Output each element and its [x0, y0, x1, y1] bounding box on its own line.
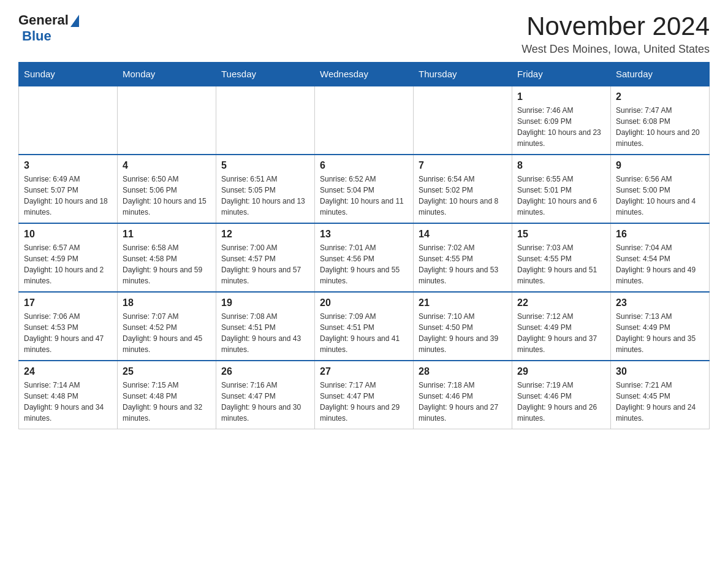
- calendar-cell: 18Sunrise: 7:07 AM Sunset: 4:52 PM Dayli…: [118, 292, 216, 361]
- calendar-cell: 9Sunrise: 6:56 AM Sunset: 5:00 PM Daylig…: [611, 155, 710, 223]
- calendar-cell: 12Sunrise: 7:00 AM Sunset: 4:57 PM Dayli…: [216, 223, 315, 292]
- day-info: Sunrise: 6:50 AM Sunset: 5:06 PM Dayligh…: [123, 174, 211, 218]
- calendar-week-3: 17Sunrise: 7:06 AM Sunset: 4:53 PM Dayli…: [19, 292, 710, 361]
- day-info: Sunrise: 7:16 AM Sunset: 4:47 PM Dayligh…: [221, 380, 309, 424]
- location-subtitle: West Des Moines, Iowa, United States: [521, 43, 710, 56]
- day-number: 26: [221, 366, 309, 377]
- day-number: 19: [221, 297, 309, 308]
- calendar-week-1: 3Sunrise: 6:49 AM Sunset: 5:07 PM Daylig…: [19, 155, 710, 223]
- day-number: 23: [616, 297, 704, 308]
- day-info: Sunrise: 6:55 AM Sunset: 5:01 PM Dayligh…: [517, 174, 605, 218]
- day-info: Sunrise: 7:47 AM Sunset: 6:08 PM Dayligh…: [616, 105, 704, 149]
- calendar-week-0: 1Sunrise: 7:46 AM Sunset: 6:09 PM Daylig…: [19, 86, 710, 155]
- calendar-cell: 15Sunrise: 7:03 AM Sunset: 4:55 PM Dayli…: [512, 223, 611, 292]
- day-info: Sunrise: 7:19 AM Sunset: 4:46 PM Dayligh…: [517, 380, 605, 424]
- day-info: Sunrise: 7:00 AM Sunset: 4:57 PM Dayligh…: [221, 242, 309, 286]
- day-info: Sunrise: 7:06 AM Sunset: 4:53 PM Dayligh…: [24, 311, 112, 355]
- calendar-cell: 1Sunrise: 7:46 AM Sunset: 6:09 PM Daylig…: [512, 86, 611, 155]
- calendar-cell: 25Sunrise: 7:15 AM Sunset: 4:48 PM Dayli…: [118, 361, 216, 429]
- calendar-table: SundayMondayTuesdayWednesdayThursdayFrid…: [18, 62, 710, 429]
- calendar-dow-thursday: Thursday: [414, 63, 512, 86]
- day-info: Sunrise: 6:57 AM Sunset: 4:59 PM Dayligh…: [24, 242, 112, 286]
- calendar-cell: 5Sunrise: 6:51 AM Sunset: 5:05 PM Daylig…: [216, 155, 315, 223]
- day-number: 28: [419, 366, 507, 377]
- day-number: 2: [616, 91, 704, 102]
- calendar-cell: 17Sunrise: 7:06 AM Sunset: 4:53 PM Dayli…: [19, 292, 118, 361]
- day-info: Sunrise: 7:10 AM Sunset: 4:50 PM Dayligh…: [419, 311, 507, 355]
- day-info: Sunrise: 7:14 AM Sunset: 4:48 PM Dayligh…: [24, 380, 112, 424]
- day-number: 9: [616, 160, 704, 171]
- day-number: 11: [123, 229, 211, 240]
- day-number: 30: [616, 366, 704, 377]
- day-info: Sunrise: 7:04 AM Sunset: 4:54 PM Dayligh…: [616, 242, 704, 286]
- calendar-cell: 23Sunrise: 7:13 AM Sunset: 4:49 PM Dayli…: [611, 292, 710, 361]
- day-info: Sunrise: 7:01 AM Sunset: 4:56 PM Dayligh…: [320, 242, 408, 286]
- calendar-cell: 22Sunrise: 7:12 AM Sunset: 4:49 PM Dayli…: [512, 292, 611, 361]
- calendar-cell: 28Sunrise: 7:18 AM Sunset: 4:46 PM Dayli…: [414, 361, 512, 429]
- day-number: 1: [517, 91, 605, 102]
- calendar-cell: 13Sunrise: 7:01 AM Sunset: 4:56 PM Dayli…: [315, 223, 414, 292]
- day-info: Sunrise: 6:54 AM Sunset: 5:02 PM Dayligh…: [419, 174, 507, 218]
- calendar-dow-tuesday: Tuesday: [216, 63, 315, 86]
- calendar-cell: 16Sunrise: 7:04 AM Sunset: 4:54 PM Dayli…: [611, 223, 710, 292]
- day-info: Sunrise: 7:08 AM Sunset: 4:51 PM Dayligh…: [221, 311, 309, 355]
- calendar-cell: 21Sunrise: 7:10 AM Sunset: 4:50 PM Dayli…: [414, 292, 512, 361]
- calendar-cell: [315, 86, 414, 155]
- day-info: Sunrise: 7:46 AM Sunset: 6:09 PM Dayligh…: [517, 105, 605, 149]
- day-info: Sunrise: 7:09 AM Sunset: 4:51 PM Dayligh…: [320, 311, 408, 355]
- day-number: 4: [123, 160, 211, 171]
- day-info: Sunrise: 6:49 AM Sunset: 5:07 PM Dayligh…: [24, 174, 112, 218]
- day-number: 8: [517, 160, 605, 171]
- calendar-cell: 19Sunrise: 7:08 AM Sunset: 4:51 PM Dayli…: [216, 292, 315, 361]
- day-info: Sunrise: 6:52 AM Sunset: 5:04 PM Dayligh…: [320, 174, 408, 218]
- day-number: 10: [24, 229, 112, 240]
- calendar-cell: 20Sunrise: 7:09 AM Sunset: 4:51 PM Dayli…: [315, 292, 414, 361]
- calendar-header-row: SundayMondayTuesdayWednesdayThursdayFrid…: [19, 63, 710, 86]
- day-number: 18: [123, 297, 211, 308]
- day-number: 14: [419, 229, 507, 240]
- calendar-dow-sunday: Sunday: [19, 63, 118, 86]
- calendar-cell: 24Sunrise: 7:14 AM Sunset: 4:48 PM Dayli…: [19, 361, 118, 429]
- day-info: Sunrise: 7:21 AM Sunset: 4:45 PM Dayligh…: [616, 380, 704, 424]
- calendar-cell: 27Sunrise: 7:17 AM Sunset: 4:47 PM Dayli…: [315, 361, 414, 429]
- calendar-cell: 8Sunrise: 6:55 AM Sunset: 5:01 PM Daylig…: [512, 155, 611, 223]
- day-number: 12: [221, 229, 309, 240]
- calendar-cell: [19, 86, 118, 155]
- calendar-dow-saturday: Saturday: [611, 63, 710, 86]
- logo-general-text: General: [18, 12, 69, 28]
- day-info: Sunrise: 7:13 AM Sunset: 4:49 PM Dayligh…: [616, 311, 704, 355]
- calendar-cell: 7Sunrise: 6:54 AM Sunset: 5:02 PM Daylig…: [414, 155, 512, 223]
- calendar-cell: 26Sunrise: 7:16 AM Sunset: 4:47 PM Dayli…: [216, 361, 315, 429]
- logo: General Blue: [18, 12, 79, 44]
- day-info: Sunrise: 7:17 AM Sunset: 4:47 PM Dayligh…: [320, 380, 408, 424]
- calendar-dow-wednesday: Wednesday: [315, 63, 414, 86]
- day-info: Sunrise: 7:02 AM Sunset: 4:55 PM Dayligh…: [419, 242, 507, 286]
- day-number: 20: [320, 297, 408, 308]
- calendar-cell: 29Sunrise: 7:19 AM Sunset: 4:46 PM Dayli…: [512, 361, 611, 429]
- calendar-cell: 30Sunrise: 7:21 AM Sunset: 4:45 PM Dayli…: [611, 361, 710, 429]
- calendar-week-4: 24Sunrise: 7:14 AM Sunset: 4:48 PM Dayli…: [19, 361, 710, 429]
- calendar-dow-friday: Friday: [512, 63, 611, 86]
- calendar-week-2: 10Sunrise: 6:57 AM Sunset: 4:59 PM Dayli…: [19, 223, 710, 292]
- calendar-cell: 10Sunrise: 6:57 AM Sunset: 4:59 PM Dayli…: [19, 223, 118, 292]
- day-number: 7: [419, 160, 507, 171]
- calendar-cell: 4Sunrise: 6:50 AM Sunset: 5:06 PM Daylig…: [118, 155, 216, 223]
- calendar-cell: 2Sunrise: 7:47 AM Sunset: 6:08 PM Daylig…: [611, 86, 710, 155]
- day-info: Sunrise: 6:56 AM Sunset: 5:00 PM Dayligh…: [616, 174, 704, 218]
- title-block: November 2024 West Des Moines, Iowa, Uni…: [521, 12, 710, 56]
- calendar-cell: 14Sunrise: 7:02 AM Sunset: 4:55 PM Dayli…: [414, 223, 512, 292]
- month-year-title: November 2024: [521, 12, 710, 40]
- calendar-cell: [216, 86, 315, 155]
- calendar-cell: 6Sunrise: 6:52 AM Sunset: 5:04 PM Daylig…: [315, 155, 414, 223]
- day-number: 25: [123, 366, 211, 377]
- day-number: 22: [517, 297, 605, 308]
- day-number: 15: [517, 229, 605, 240]
- day-info: Sunrise: 6:58 AM Sunset: 4:58 PM Dayligh…: [123, 242, 211, 286]
- day-number: 5: [221, 160, 309, 171]
- day-info: Sunrise: 7:15 AM Sunset: 4:48 PM Dayligh…: [123, 380, 211, 424]
- day-info: Sunrise: 7:03 AM Sunset: 4:55 PM Dayligh…: [517, 242, 605, 286]
- day-info: Sunrise: 7:07 AM Sunset: 4:52 PM Dayligh…: [123, 311, 211, 355]
- calendar-cell: [414, 86, 512, 155]
- day-number: 24: [24, 366, 112, 377]
- day-number: 29: [517, 366, 605, 377]
